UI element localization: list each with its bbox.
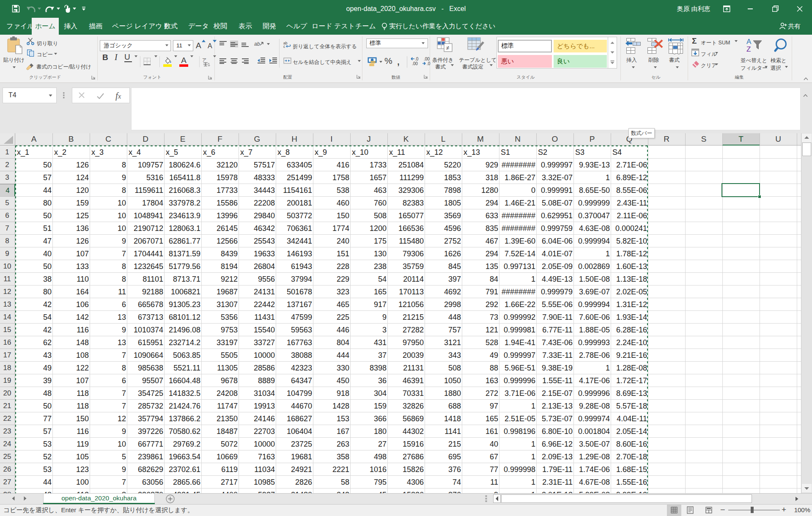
- svg-text:ア: ア: [202, 58, 206, 62]
- svg-text:.00: .00: [412, 61, 418, 66]
- svg-text:Z: Z: [746, 45, 751, 52]
- svg-text:.00: .00: [424, 57, 430, 61]
- svg-text:A: A: [746, 38, 752, 46]
- svg-text:.0: .0: [415, 57, 419, 61]
- svg-text:ab: ab: [254, 41, 260, 47]
- svg-text:≠: ≠: [446, 44, 450, 51]
- svg-text:.0: .0: [427, 61, 431, 66]
